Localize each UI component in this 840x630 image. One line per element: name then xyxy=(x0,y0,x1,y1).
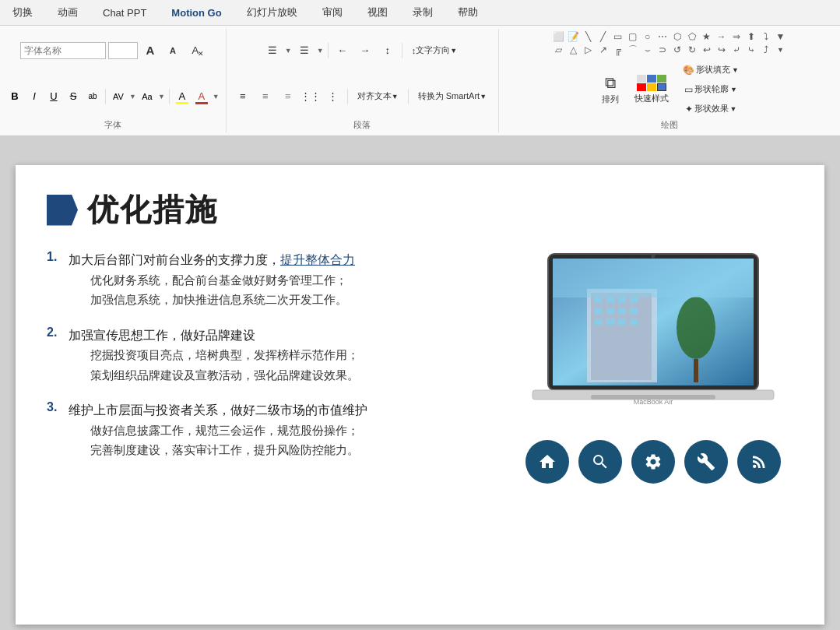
shape-line2[interactable]: ╱ xyxy=(596,30,610,43)
justify-btn[interactable]: ⋮⋮ xyxy=(301,88,321,105)
shape-r2[interactable]: △ xyxy=(567,44,581,56)
shape-circle[interactable]: ○ xyxy=(641,30,655,43)
char-spacing-btn[interactable]: AV xyxy=(110,88,127,105)
strikethrough-btn[interactable]: S xyxy=(65,88,82,105)
shape-r14[interactable]: ⤷ xyxy=(744,44,758,56)
list-text-1: 加大后台部门对前台业务的支撑力度，提升整体合力 xyxy=(69,250,355,270)
menu-item-slideshow[interactable]: 幻灯片放映 xyxy=(241,2,304,23)
menu-item-motiongo[interactable]: Motion Go xyxy=(165,4,227,22)
shape-r12[interactable]: ↪ xyxy=(715,44,729,56)
shape-expand[interactable]: ▼ xyxy=(774,30,788,43)
shape-star[interactable]: ★ xyxy=(700,30,714,43)
align-left-btn[interactable]: ≡ xyxy=(233,88,253,105)
shape-rounded-rect[interactable]: ▢ xyxy=(626,30,640,43)
shape-textbox2[interactable]: 📝 xyxy=(567,30,581,43)
menu-item-chatppt[interactable]: Chat PPT xyxy=(97,4,153,22)
list-sub-2: 挖掘投资项目亮点，培树典型，发挥榜样示范作用； 策划组织品牌建设及宣教活动，强化… xyxy=(90,345,359,385)
menu-item-donghua[interactable]: 动画 xyxy=(51,2,84,23)
italic-btn[interactable]: I xyxy=(26,88,43,105)
shape-effects-btn[interactable]: ✦ 形状效果 ▼ xyxy=(677,100,744,118)
clear-format-btn[interactable]: A ✕ xyxy=(185,42,206,59)
home-icon-btn[interactable] xyxy=(525,440,569,484)
inc-indent-btn[interactable]: → xyxy=(355,42,375,59)
shape-more[interactable]: ⋯ xyxy=(655,30,670,43)
shape-r11[interactable]: ↩ xyxy=(700,44,714,56)
shape-r15[interactable]: ⤴ xyxy=(759,44,773,56)
highlight-btn[interactable]: A xyxy=(174,88,191,105)
rss-icon-btn[interactable] xyxy=(737,440,781,484)
list-sub-text: 完善制度建设，落实审计工作，提升风险防控能力。 xyxy=(90,440,367,460)
bold-btn[interactable]: B xyxy=(6,88,23,105)
shape-fill-btn[interactable]: 🎨 形状填充 ▼ xyxy=(677,61,744,79)
shape-textbox[interactable]: ⬜ xyxy=(552,30,566,43)
svg-point-23 xyxy=(753,465,756,468)
sort-btn[interactable]: ↕ xyxy=(378,42,398,59)
shape-line1[interactable]: ╲ xyxy=(582,30,596,43)
para-group-title: 段落 xyxy=(353,118,371,132)
menu-item-review[interactable]: 审阅 xyxy=(316,2,349,23)
list-sub-1: 优化财务系统，配合前台基金做好财务管理工作； 加强信息系统，加快推进信息系统二次… xyxy=(90,270,355,310)
align-text-btn[interactable]: 对齐文本 ▼ xyxy=(352,88,404,105)
shape-r1[interactable]: ▱ xyxy=(552,44,566,56)
shape-arr3[interactable]: ⬆ xyxy=(744,30,758,43)
menu-bar: 切换 动画 Chat PPT Motion Go 幻灯片放映 审阅 视图 录制 … xyxy=(0,0,840,26)
shape-arr4[interactable]: ⤵ xyxy=(759,30,773,43)
dec-indent-btn[interactable]: ← xyxy=(332,42,353,59)
align-right-btn[interactable]: ≡ xyxy=(278,88,298,105)
shape-arrow-right[interactable]: → xyxy=(715,30,729,43)
font-color-btn[interactable]: A xyxy=(193,88,210,105)
case-btn[interactable]: Aa xyxy=(139,88,156,105)
font-grow-btn[interactable]: A xyxy=(140,42,160,59)
gear-icon-btn[interactable] xyxy=(631,440,675,484)
menu-item-help[interactable]: 帮助 xyxy=(452,2,484,23)
menu-item-record[interactable]: 录制 xyxy=(406,2,439,23)
quick-styles-btn[interactable]: 快速样式 xyxy=(627,70,676,109)
text-direction-btn[interactable]: ↕ 文字方向 ▼ xyxy=(406,42,462,59)
shape-r3[interactable]: ▷ xyxy=(582,44,596,56)
underline-btn[interactable]: U xyxy=(45,88,62,105)
numbering-btn[interactable]: ☰ xyxy=(294,42,315,59)
bullets-btn[interactable]: ☰ xyxy=(262,42,283,59)
shape-outline-btn[interactable]: ▭ 形状轮廓 ▼ xyxy=(677,80,744,98)
search-icon-btn[interactable] xyxy=(578,440,622,484)
shape-r13[interactable]: ⤶ xyxy=(729,44,743,56)
svg-rect-11 xyxy=(618,308,626,314)
slide-area: 优化措施 1. 加大后台部门对前台业务的支撑力度，提升整体合力 优化财务系统，配… xyxy=(0,136,840,630)
tools-icon-btn[interactable] xyxy=(684,440,728,484)
svg-rect-16 xyxy=(630,319,638,325)
shape-r9[interactable]: ↺ xyxy=(670,44,684,56)
list-number-2: 2. xyxy=(47,326,62,398)
convert-smartart-btn[interactable]: 转换为 SmartArt ▼ xyxy=(413,88,492,105)
font-shrink-btn[interactable]: A xyxy=(163,42,183,59)
font-name-input[interactable] xyxy=(20,42,106,59)
menu-item-qiehuan[interactable]: 切换 xyxy=(6,2,39,23)
para-group: ☰ ▼ ☰ ▼ ← → ↕ ↕ 文字方向 ▼ ≡ ≡ ≡ ⋮⋮ ⋮ xyxy=(227,29,499,132)
shape-r6[interactable]: ⌒ xyxy=(626,44,640,56)
shape-expand2[interactable]: ▼ xyxy=(774,44,788,56)
shape-r4[interactable]: ↗ xyxy=(596,44,610,56)
title-shape xyxy=(47,195,78,226)
svg-rect-18 xyxy=(694,359,698,382)
shape-rect[interactable]: ▭ xyxy=(611,30,625,43)
list-sub-text: 加强信息系统，加快推进信息系统二次开发工作。 xyxy=(90,290,355,310)
shape-arrow-right2[interactable]: ⇒ xyxy=(729,30,743,43)
arrange-btn[interactable]: ⧉ 排列 xyxy=(595,70,626,109)
sep5 xyxy=(347,89,348,104)
shape-r8[interactable]: ⊃ xyxy=(655,44,670,56)
shape-r7[interactable]: ⌣ xyxy=(641,44,655,56)
shape-chevron[interactable]: ⬡ xyxy=(670,30,684,43)
shape-r5[interactable]: ╔ xyxy=(611,44,625,56)
shape-r10[interactable]: ↻ xyxy=(685,44,699,56)
svg-rect-12 xyxy=(630,308,638,314)
shape-pentagon[interactable]: ⬠ xyxy=(685,30,699,43)
list-text-3: 维护上市层面与投资者关系，做好二级市场的市值维护 xyxy=(69,400,367,421)
svg-rect-7 xyxy=(618,297,626,303)
font-size-input[interactable]: 16 xyxy=(108,42,138,59)
align-center-btn[interactable]: ≡ xyxy=(255,88,276,105)
list-sub-3: 做好信息披露工作，规范三会运作，规范股份操作； 完善制度建设，落实审计工作，提升… xyxy=(90,421,367,460)
list-sub-text: 做好信息披露工作，规范三会运作，规范股份操作； xyxy=(90,421,367,441)
smallcaps-btn[interactable]: ab xyxy=(84,88,101,105)
menu-item-view[interactable]: 视图 xyxy=(361,2,394,23)
svg-rect-15 xyxy=(618,319,626,325)
dist-horiz-btn[interactable]: ⋮ xyxy=(323,88,343,105)
